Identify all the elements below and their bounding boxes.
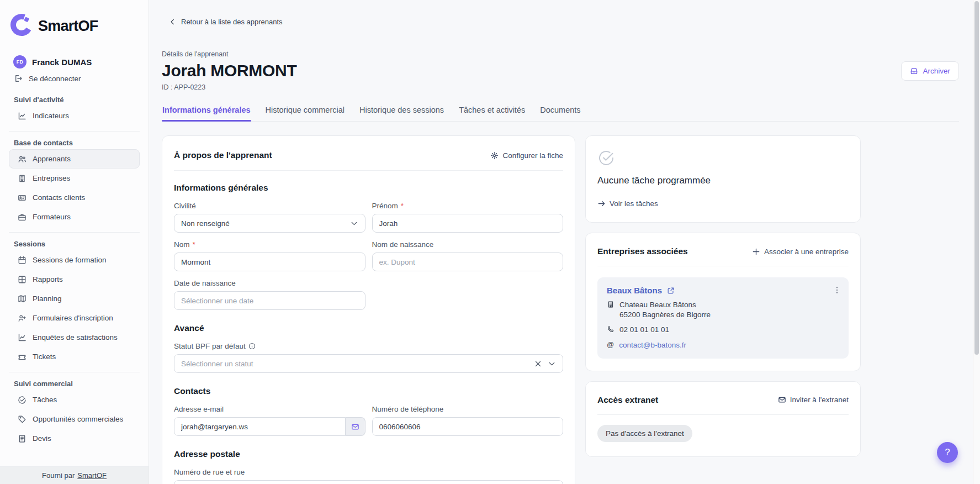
sidebar-item-enquetes-satisfactions[interactable]: Enquêtes de satisfactions [9, 328, 140, 347]
briefcase-icon [18, 213, 27, 222]
help-button[interactable]: ? [937, 442, 958, 463]
nom-naissance-input[interactable] [372, 252, 564, 271]
field-civilite: Civilité Non renseigné [174, 202, 365, 233]
learner-id: ID : APP-0223 [162, 83, 296, 91]
sidebar-divider [9, 232, 140, 233]
archive-icon [910, 67, 918, 75]
field-date-naissance: Date de naissance [174, 279, 365, 310]
building-icon [18, 174, 27, 183]
check-circle-icon [597, 149, 615, 167]
sidebar-item-indicateurs[interactable]: Indicateurs [9, 106, 140, 125]
smartof-logo-icon [10, 13, 33, 39]
grid-icon [18, 275, 27, 284]
field-email: Adresse e-mail [174, 405, 365, 436]
back-label: Retour à la liste des apprenants [181, 18, 283, 26]
sidebar-footer: Fourni par SmartOF [0, 466, 149, 484]
page-title: Jorah MORMONT [162, 61, 296, 80]
sidebar-item-rapports[interactable]: Rapports [9, 270, 140, 289]
logout-button[interactable]: Se déconnecter [14, 74, 140, 83]
tab-taches-et-activites[interactable]: Tâches et activités [458, 106, 526, 121]
sidebar-item-tickets[interactable]: Tickets [9, 347, 140, 366]
associate-company-link[interactable]: Associer à une entreprise [752, 248, 849, 256]
sidebar-item-taches[interactable]: Tâches [9, 390, 140, 409]
field-prenom: Prénom * [372, 202, 564, 233]
back-to-list-link[interactable]: Retour à la liste des apprenants [169, 18, 283, 26]
sidebar-item-label: Contacts clients [33, 193, 85, 202]
sidebar-item-sessions-de-formation[interactable]: Sessions de formation [9, 250, 140, 270]
tab-documents[interactable]: Documents [539, 106, 581, 121]
sidebar-item-apprenants[interactable]: Apprenants [9, 149, 140, 169]
external-link-icon[interactable] [667, 287, 675, 294]
section-avance: Avancé [174, 323, 563, 333]
mail-icon [351, 423, 359, 431]
sidebar-item-contacts-clients[interactable]: Contacts clients [9, 188, 140, 207]
extranet-status-badge: Pas d'accès à l'extranet [597, 425, 692, 442]
company-address-line1: Chateau Beaux Bâtons [619, 301, 696, 309]
phone-icon [607, 325, 615, 333]
invite-extranet-link[interactable]: Inviter à l'extranet [778, 396, 849, 404]
clear-icon[interactable] [534, 360, 542, 368]
associate-company-label: Associer à une entreprise [764, 248, 849, 256]
chevron-left-icon [169, 18, 176, 25]
archive-button[interactable]: Archiver [901, 61, 959, 81]
footer-smartof-link[interactable]: SmartOF [77, 471, 107, 480]
sidebar-section-suivi-commercial: Suivi commercial [14, 379, 140, 389]
app-title: SmartOF [38, 18, 98, 35]
map-icon [18, 294, 27, 303]
field-rue: Numéro de rue et rue [174, 468, 563, 484]
required-asterisk: * [193, 240, 195, 249]
app-logo[interactable]: SmartOF [10, 13, 140, 39]
sidebar-item-label: Formulaires d'inscription [33, 314, 113, 322]
id-card-icon [18, 193, 27, 202]
sidebar-item-label: Indicateurs [33, 112, 69, 120]
company-email-link[interactable]: contact@b-batons.fr [619, 340, 686, 350]
section-contacts: Contacts [174, 386, 563, 396]
at-sign-icon: @ [607, 340, 614, 350]
mail-icon [778, 396, 786, 404]
user-name: Franck DUMAS [32, 57, 92, 67]
civilite-select[interactable]: Non renseigné [174, 214, 365, 233]
date-naissance-input[interactable] [174, 291, 365, 310]
configure-label: Configurer la fiche [502, 151, 563, 160]
email-input[interactable] [174, 417, 346, 436]
statut-bpf-select[interactable]: Sélectionner un statut [174, 354, 563, 373]
prenom-input[interactable] [372, 214, 564, 233]
send-mail-button[interactable] [346, 417, 365, 436]
tasks-card: Aucune tâche programmée Voir les tâches [585, 135, 861, 223]
sidebar-item-label: Opportunités commerciales [33, 415, 123, 423]
statut-bpf-label: Statut BPF par défaut [174, 342, 246, 350]
info-icon[interactable] [248, 343, 256, 350]
sidebar-item-entreprises[interactable]: Entreprises [9, 169, 140, 188]
sidebar-item-formulaires-inscription[interactable]: Formulaires d'inscription [9, 308, 140, 328]
scrollbar-thumb[interactable] [974, 1, 979, 355]
sidebar-item-formateurs[interactable]: Formateurs [9, 207, 140, 227]
invite-extranet-label: Inviter à l'extranet [790, 396, 849, 404]
company-menu-button[interactable] [832, 285, 842, 295]
chart-icon [18, 112, 27, 120]
sidebar-item-devis[interactable]: Devis [9, 429, 140, 448]
building-icon [607, 301, 615, 308]
tab-historique-commercial[interactable]: Historique commercial [265, 106, 345, 121]
sidebar-item-planning[interactable]: Planning [9, 289, 140, 308]
sidebar-divider [9, 372, 140, 372]
company-address-line2: 65200 Bagnères de Bigorre [619, 311, 711, 319]
about-card-title: À propos de l'apprenant [174, 150, 272, 160]
company-name-link[interactable]: Beaux Bâtons [607, 286, 662, 295]
tasks-empty-title: Aucune tâche programmée [597, 175, 849, 186]
calendar-icon [18, 256, 27, 265]
tab-historique-des-sessions[interactable]: Historique des sessions [359, 106, 444, 121]
configure-sheet-link[interactable]: Configurer la fiche [490, 151, 563, 160]
sidebar-item-opportunites-commerciales[interactable]: Opportunités commerciales [9, 409, 140, 429]
telephone-input[interactable] [372, 417, 564, 436]
view-tasks-link[interactable]: Voir les tâches [597, 199, 849, 208]
logout-label: Se déconnecter [29, 75, 81, 83]
sidebar-section-suivi-activite: Suivi d'activité [14, 95, 140, 105]
main-area: Retour à la liste des apprenants Détails… [149, 0, 980, 484]
sidebar-divider [9, 131, 140, 131]
civilite-label: Civilité [174, 202, 196, 210]
sidebar-section-base-contacts: Base de contacts [14, 138, 140, 148]
rue-input[interactable] [174, 480, 563, 484]
statut-bpf-placeholder: Sélectionner un statut [181, 360, 253, 368]
nom-input[interactable] [174, 252, 365, 271]
tab-informations-generales[interactable]: Informations générales [162, 106, 251, 121]
